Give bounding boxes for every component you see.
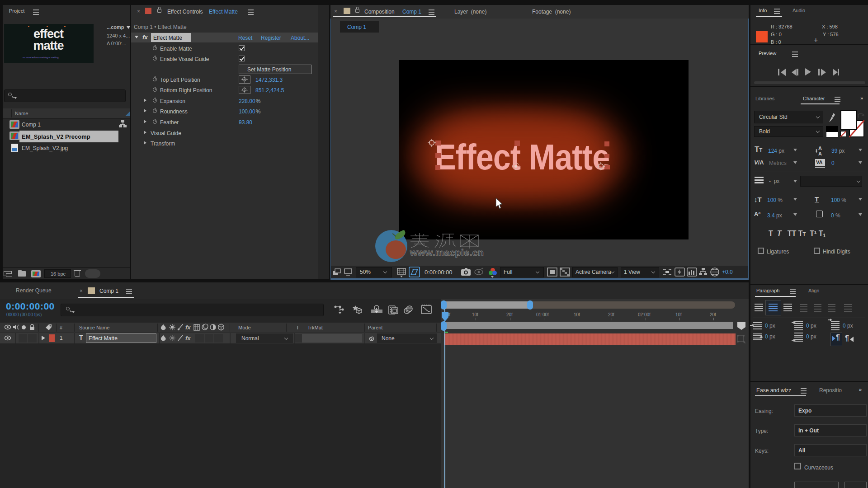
svg-text:A: A: [818, 145, 822, 151]
svg-text:A: A: [818, 151, 822, 156]
svg-text:fx: fx: [185, 324, 191, 331]
svg-text:fx: fx: [185, 335, 191, 342]
